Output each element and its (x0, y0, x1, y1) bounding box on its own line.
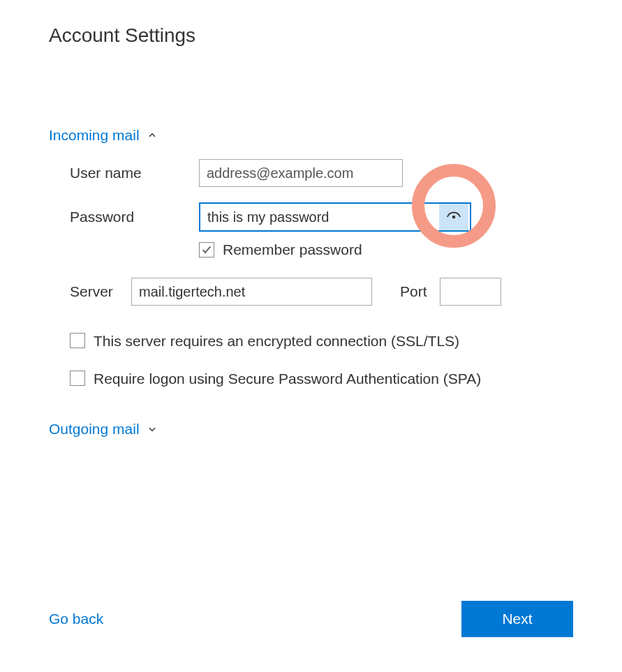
remember-password-checkbox[interactable] (199, 242, 214, 257)
password-field-wrap (199, 202, 471, 232)
username-input[interactable] (199, 159, 403, 187)
incoming-mail-label: Incoming mail (49, 127, 140, 144)
port-label: Port (400, 283, 427, 300)
password-input[interactable] (200, 204, 438, 230)
server-input[interactable] (131, 278, 372, 306)
password-label: Password (70, 209, 199, 225)
username-label: User name (70, 165, 199, 181)
spa-checkbox[interactable] (70, 371, 85, 386)
ssl-label: This server requires an encrypted connec… (94, 331, 459, 352)
chevron-up-icon (147, 130, 158, 141)
incoming-form: User name Password (49, 159, 573, 407)
next-button[interactable]: Next (461, 601, 573, 637)
checkmark-icon (201, 244, 212, 255)
ssl-checkbox[interactable] (70, 333, 85, 348)
page-title: Account Settings (49, 24, 573, 47)
remember-password-label: Remember password (223, 241, 362, 258)
eye-icon (446, 209, 461, 226)
remember-password-row[interactable]: Remember password (199, 241, 573, 258)
chevron-down-icon (147, 424, 158, 435)
port-input[interactable] (440, 278, 501, 306)
ssl-option-row[interactable]: This server requires an encrypted connec… (70, 331, 573, 352)
outgoing-mail-header[interactable]: Outgoing mail (49, 421, 573, 438)
spa-label: Require logon using Secure Password Auth… (94, 368, 481, 389)
server-label: Server (70, 283, 131, 300)
spa-option-row[interactable]: Require logon using Secure Password Auth… (70, 368, 573, 389)
go-back-link[interactable]: Go back (49, 611, 103, 627)
incoming-mail-header[interactable]: Incoming mail (49, 127, 573, 144)
svg-point-0 (452, 215, 456, 218)
outgoing-mail-label: Outgoing mail (49, 421, 140, 438)
toggle-password-visibility-button[interactable] (439, 204, 468, 230)
